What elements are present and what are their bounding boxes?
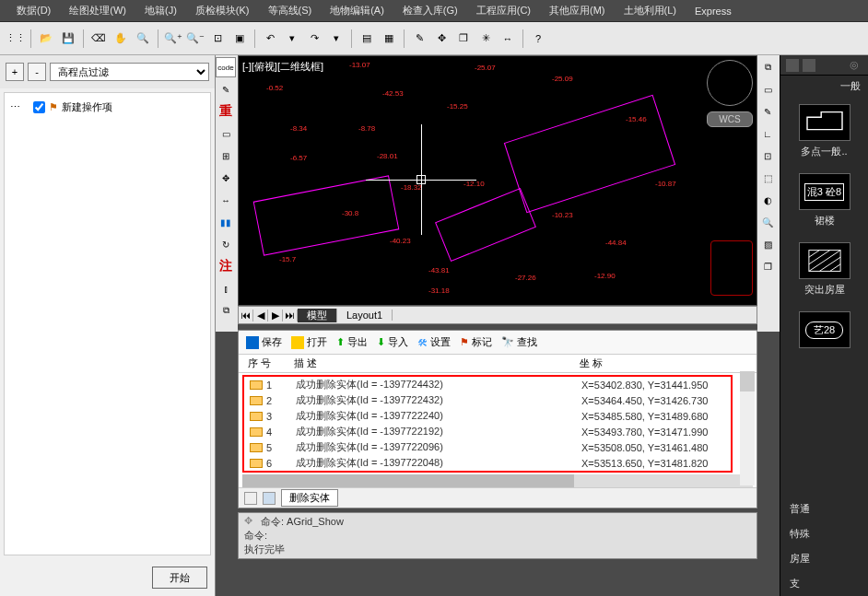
zoom-in-icon[interactable]: 🔍⁺: [163, 29, 183, 49]
export-button[interactable]: ⬆导出: [336, 335, 368, 349]
palette-item-multipoint[interactable]: 多点一般..: [780, 104, 868, 158]
zoom-extents-icon[interactable]: ⊡: [207, 29, 228, 49]
save-button[interactable]: 保存: [246, 335, 282, 349]
tab-last-icon[interactable]: ⏭: [283, 310, 298, 321]
menu-check-in[interactable]: 检查入库(G): [393, 4, 467, 18]
r-tool-zoom-icon[interactable]: 🔍: [757, 212, 778, 232]
compass-icon[interactable]: [707, 60, 753, 106]
menu-other[interactable]: 其他应用(M): [540, 4, 615, 18]
find-button[interactable]: 🔭查找: [501, 335, 537, 349]
tool-move-icon[interactable]: ✥: [216, 168, 236, 188]
table-row[interactable]: 5成功删除实体(Id = -1397722096)X=53508.050, Y=…: [244, 439, 731, 455]
v-scroll-thumb[interactable]: [740, 371, 755, 391]
view-target-icon[interactable]: ◎: [850, 59, 862, 72]
open-button[interactable]: 打开: [291, 335, 327, 349]
tool-dim-icon[interactable]: ↔: [216, 190, 236, 210]
polygon-3[interactable]: [435, 188, 536, 262]
pan-icon[interactable]: ✋: [111, 29, 131, 49]
mark-button[interactable]: ⚑标记: [460, 335, 492, 349]
settings-button[interactable]: 🛠设置: [417, 335, 451, 349]
menu-engineering[interactable]: 工程应用(C): [467, 4, 540, 18]
tree-item-new[interactable]: ⋯ ⚑ 新建操作项: [10, 99, 205, 116]
palette-item-art28[interactable]: 艺28: [780, 311, 868, 348]
tab-layout1[interactable]: Layout1: [337, 310, 393, 321]
remove-button[interactable]: -: [28, 63, 46, 81]
command-panel[interactable]: ✥ 命令: AGrid_Show 命令: 执行完毕: [238, 512, 757, 559]
tab-next-icon[interactable]: ▶: [268, 310, 283, 321]
view-grid-icon[interactable]: [803, 59, 815, 72]
menu-data[interactable]: 数据(D): [7, 4, 60, 18]
help-icon[interactable]: ?: [528, 29, 548, 49]
add-button[interactable]: +: [6, 63, 24, 81]
undo-dropdown-icon[interactable]: ▾: [282, 29, 302, 49]
zoom-out-icon[interactable]: 🔍⁻: [185, 29, 205, 49]
tab-prev-icon[interactable]: ◀: [253, 310, 268, 321]
navigator-widget[interactable]: [710, 240, 753, 296]
palette-item-protrude[interactable]: 突出房屋: [780, 242, 868, 297]
zhong-button[interactable]: 重: [216, 101, 236, 122]
tab-first-icon[interactable]: ⏮: [239, 310, 253, 321]
r-tool-1-icon[interactable]: ⧉: [757, 57, 778, 77]
r-tool-7-icon[interactable]: ◐: [757, 190, 778, 210]
r-tool-6-icon[interactable]: ⬚: [757, 168, 778, 188]
r-tool-5-icon[interactable]: ⊡: [757, 146, 778, 166]
r-tool-layers-icon[interactable]: ❐: [757, 256, 778, 276]
tool-scan-icon[interactable]: ⧉: [216, 300, 236, 321]
undo-icon[interactable]: ↶: [260, 29, 280, 49]
start-button[interactable]: 开始: [152, 567, 207, 589]
view-list-icon[interactable]: [786, 59, 799, 72]
menu-contour[interactable]: 等高线(S): [259, 4, 322, 18]
grip-icon[interactable]: ✥: [244, 515, 257, 528]
cat-special[interactable]: 特殊: [780, 521, 868, 546]
zoom-icon[interactable]: 🔍: [133, 29, 153, 49]
drawing-canvas[interactable]: [-][俯视][二维线框] WCS -0.52 -13.07 -25.07 -4…: [238, 55, 757, 306]
tab-model[interactable]: 模型: [298, 309, 337, 322]
table-row[interactable]: 1成功删除实体(Id = -1397724432)X=53402.830, Y=…: [244, 377, 731, 392]
window1-icon[interactable]: ▤: [357, 29, 377, 49]
window2-icon[interactable]: ▦: [379, 29, 399, 49]
compass-widget[interactable]: WCS: [707, 60, 753, 127]
v-scrollbar[interactable]: [740, 371, 755, 485]
menu-qc[interactable]: 质检模块(K): [186, 4, 259, 18]
menu-draw[interactable]: 绘图处理(W): [60, 4, 135, 18]
tool-grid-icon[interactable]: ⊞: [216, 146, 236, 166]
layers-icon[interactable]: ❐: [453, 29, 474, 49]
h-scrollbar[interactable]: [242, 474, 753, 487]
r-tool-4-icon[interactable]: ∟: [757, 123, 778, 144]
grip-icon[interactable]: ⋮⋮: [6, 29, 26, 49]
r-tool-hatch-icon[interactable]: ▨: [757, 234, 778, 254]
tool-pencil-icon[interactable]: ✎: [216, 79, 236, 99]
cat-building[interactable]: 房屋: [780, 546, 868, 571]
wcs-badge[interactable]: WCS: [707, 111, 753, 127]
table-row[interactable]: 4成功删除实体(Id = -1397722192)X=53493.780, Y=…: [244, 424, 731, 439]
select-icon[interactable]: ▣: [229, 29, 250, 49]
h-scroll-thumb[interactable]: [242, 474, 574, 487]
code-button[interactable]: code: [216, 57, 236, 77]
filter-select[interactable]: 高程点过滤: [50, 63, 209, 81]
table-row[interactable]: 3成功删除实体(Id = -1397722240)X=53485.580, Y=…: [244, 408, 731, 424]
measure-icon[interactable]: ↔: [498, 29, 518, 49]
move-icon[interactable]: ✥: [431, 29, 452, 49]
save-icon[interactable]: 💾: [58, 29, 78, 49]
cat-normal[interactable]: 普通: [780, 497, 868, 521]
import-button[interactable]: ⬇导入: [377, 335, 408, 349]
tool-refresh-icon[interactable]: ↻: [216, 234, 236, 254]
redo-dropdown-icon[interactable]: ▾: [326, 29, 346, 49]
polygon-2[interactable]: [253, 175, 400, 256]
tool-hist-icon[interactable]: ▮▮: [216, 212, 236, 232]
palette-item-podium[interactable]: 混3 砼8 裙楼: [780, 173, 868, 228]
table-row[interactable]: 6成功删除实体(Id = -1397722048)X=53513.650, Y=…: [244, 455, 731, 471]
edit-icon[interactable]: ✎: [409, 29, 429, 49]
eraser-icon[interactable]: ⌫: [88, 29, 109, 49]
tool-rect-icon[interactable]: ▭: [216, 123, 236, 144]
menu-express[interactable]: Express: [686, 6, 741, 17]
menu-land-use[interactable]: 土地利用(L): [615, 4, 686, 18]
redo-icon[interactable]: ↷: [304, 29, 324, 49]
cat-support[interactable]: 支: [780, 571, 868, 596]
page-icon[interactable]: [244, 492, 257, 505]
menu-cadastre[interactable]: 地籍(J): [135, 4, 186, 18]
r-tool-3-icon[interactable]: ✎: [757, 101, 778, 122]
zhu-button[interactable]: 注: [216, 256, 236, 276]
page-icon[interactable]: [263, 492, 276, 505]
tool-vsplit-icon[interactable]: ⫿: [216, 278, 236, 298]
